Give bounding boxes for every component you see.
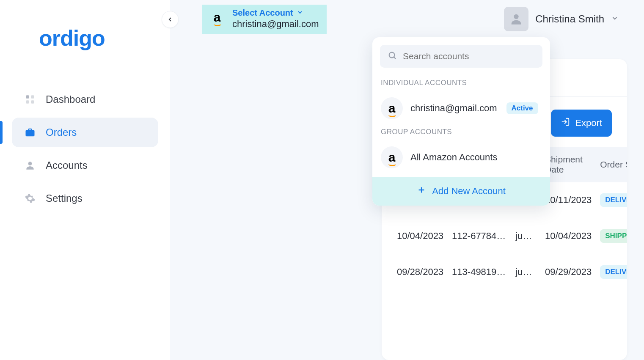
avatar [504, 7, 528, 31]
status-badge: DELIVERED [600, 193, 627, 207]
account-dropdown: INDIVIDUAL ACCOUNTS a christina@gmail.co… [372, 37, 550, 206]
amazon-icon: a [208, 8, 226, 27]
briefcase-icon [24, 126, 36, 139]
svg-rect-0 [26, 95, 29, 99]
gear-icon [24, 192, 36, 205]
cell-shipment-date: 09/29/2023 [541, 254, 596, 290]
cell-status: DELIVERED [596, 182, 627, 218]
active-badge: Active [506, 102, 538, 114]
sidebar-item-label: Dashboard [46, 93, 95, 105]
sidebar: ordigo Dashboard Orders Accounts [0, 0, 170, 360]
collapse-sidebar-button[interactable] [162, 11, 179, 28]
table-row[interactable]: 10/04/2023112-677847…jus…10/04/2023SHIPP… [382, 218, 627, 254]
cell-order-date: 10/04/2023 [382, 218, 448, 254]
cell-email: jus… [511, 254, 541, 290]
svg-line-8 [394, 57, 396, 59]
cell-order-date: 09/28/2023 [382, 254, 448, 290]
add-account-button[interactable]: Add New Account [372, 177, 550, 206]
svg-point-4 [28, 162, 32, 165]
brand-logo: ordigo [0, 25, 170, 51]
cell-status: DELIVERED [596, 254, 627, 290]
svg-point-7 [389, 52, 395, 58]
sidebar-item-label: Settings [46, 192, 83, 204]
svg-point-5 [514, 14, 519, 19]
cell-status: SHIPPED [596, 218, 627, 254]
individual-accounts-label: INDIVIDUAL ACCOUNTS [372, 75, 550, 92]
group-accounts-label: GROUP ACCOUNTS [372, 124, 550, 141]
account-selector-label: Select Account [232, 8, 293, 18]
user-menu[interactable]: Christina Smith [504, 7, 627, 31]
user-name: Christina Smith [535, 13, 604, 25]
group-account-label: All Amazon Accounts [410, 152, 497, 163]
status-badge: SHIPPED [600, 229, 627, 243]
add-account-label: Add New Account [432, 186, 506, 197]
account-email: christina@gmail.com [410, 103, 497, 114]
status-badge: DELIVERED [600, 265, 627, 279]
chevron-down-icon [297, 8, 303, 18]
svg-rect-1 [31, 95, 34, 99]
sidebar-item-accounts[interactable]: Accounts [12, 151, 158, 180]
account-selector-email: christina@gmail.com [232, 19, 319, 30]
table-row[interactable]: 09/28/2023113-498192…jus…09/29/2023DELIV… [382, 254, 627, 290]
export-icon [561, 117, 570, 129]
search-input[interactable] [403, 51, 535, 61]
chevron-down-icon [611, 14, 619, 24]
svg-rect-2 [26, 100, 29, 104]
sidebar-item-dashboard[interactable]: Dashboard [12, 85, 158, 114]
account-row[interactable]: a All Amazon Accounts [372, 141, 550, 173]
export-button[interactable]: Export [551, 110, 612, 137]
sidebar-item-label: Accounts [46, 159, 88, 171]
cell-order-id: 113-498192… [448, 254, 511, 290]
svg-rect-3 [31, 100, 34, 104]
plus-icon [417, 185, 426, 197]
main: a Select Account christina@gmail.com Ch [170, 0, 644, 360]
amazon-icon: a [381, 146, 403, 168]
export-label: Export [575, 118, 602, 129]
topbar: a Select Account christina@gmail.com Ch [170, 0, 644, 38]
col-order-status[interactable]: Order Status [596, 147, 627, 182]
cell-shipment-date: 10/04/2023 [541, 218, 596, 254]
nav: Dashboard Orders Accounts Settings [0, 85, 170, 213]
sidebar-item-label: Orders [46, 126, 77, 138]
account-row[interactable]: a christina@gmail.com Active [372, 92, 550, 124]
account-selector-trigger[interactable]: a Select Account christina@gmail.com [202, 5, 327, 34]
cell-order-id: 112-677847… [448, 218, 511, 254]
user-icon [24, 159, 36, 172]
cell-email: jus… [511, 218, 541, 254]
sidebar-item-settings[interactable]: Settings [12, 184, 158, 213]
dashboard-icon [24, 93, 36, 106]
amazon-icon: a [381, 97, 403, 119]
search-accounts-field[interactable] [380, 45, 542, 68]
sidebar-item-orders[interactable]: Orders [12, 118, 158, 147]
search-icon [388, 51, 397, 62]
